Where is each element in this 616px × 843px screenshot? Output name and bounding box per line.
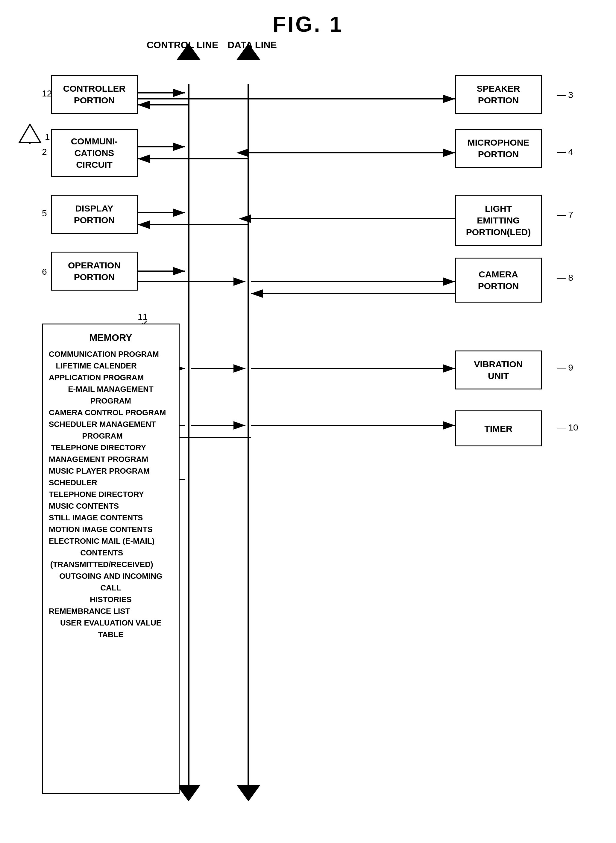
ref-3: — 3 (557, 90, 573, 100)
vibration-unit-box: VIBRATIONUNIT (455, 350, 542, 390)
light-emitting-portion-box: LIGHTEMITTINGPORTION(LED) (455, 195, 542, 246)
diagram-container: FIG. 1 CONTROL LINE DATA LINE 1 12 → 2 →… (0, 0, 616, 843)
memory-item-10: MUSIC CONTENTS (49, 500, 119, 512)
communications-circuit-box: COMMUNI-CATIONSCIRCUIT (51, 129, 138, 177)
ref-4: — 4 (557, 147, 573, 157)
timer-box: TIMER (455, 410, 542, 446)
svg-marker-9 (236, 785, 260, 801)
memory-item-6: TELEPHONE DIRECTORYMANAGEMENT PROGRAM (49, 442, 148, 465)
controller-portion-box: CONTROLLERPORTION (51, 75, 138, 114)
memory-item-12: MOTION IMAGE CONTENTS (49, 524, 153, 536)
memory-item-9: TELEPHONE DIRECTORY (49, 488, 144, 500)
svg-marker-31 (19, 124, 40, 142)
memory-item-1: COMMUNICATION PROGRAM (49, 349, 159, 360)
memory-item-2: LIFETIME CALENDERAPPLICATION PROGRAM (49, 360, 144, 384)
memory-item-5: SCHEDULER MANAGEMENTPROGRAM (49, 418, 156, 442)
memory-item-3: E-MAIL MANAGEMENT PROGRAM (49, 384, 173, 407)
ref-9: — 9 (557, 362, 573, 373)
memory-title: MEMORY (49, 330, 173, 345)
memory-item-8: SCHEDULER (49, 477, 97, 488)
operation-portion-box: OPERATIONPORTION (51, 252, 138, 291)
ref-7: — 7 (557, 210, 573, 220)
data-line-label: DATA LINE (227, 40, 277, 51)
antenna-symbol (18, 123, 42, 144)
memory-item-11: STILL IMAGE CONTENTS (49, 512, 143, 524)
memory-box: MEMORY COMMUNICATION PROGRAM LIFETIME CA… (42, 324, 180, 794)
memory-item-4: CAMERA CONTROL PROGRAM (49, 407, 166, 418)
speaker-portion-box: SPEAKERPORTION (455, 75, 542, 114)
memory-item-7: MUSIC PLAYER PROGRAM (49, 465, 150, 477)
fig-title: FIG. 1 (273, 12, 343, 37)
svg-marker-6 (177, 785, 201, 801)
memory-item-16: USER EVALUATION VALUE TABLE (49, 617, 173, 640)
microphone-portion-box: MICROPHONEPORTION (455, 129, 542, 168)
ref-8: — 8 (557, 273, 573, 283)
memory-item-13: ELECTRONIC MAIL (E-MAIL)CONTENTS(TRANSMI… (49, 536, 154, 570)
camera-portion-box: CAMERAPORTION (455, 257, 542, 303)
display-portion-box: DISPLAYPORTION (51, 195, 138, 234)
memory-item-14: OUTGOING AND INCOMING CALLHISTORIES (49, 570, 173, 605)
ref-1: 1 (45, 132, 50, 142)
control-line-label: CONTROL LINE (147, 40, 218, 51)
memory-item-15: REMEMBRANCE LIST (49, 605, 130, 617)
ref-10: — 10 (557, 422, 578, 433)
